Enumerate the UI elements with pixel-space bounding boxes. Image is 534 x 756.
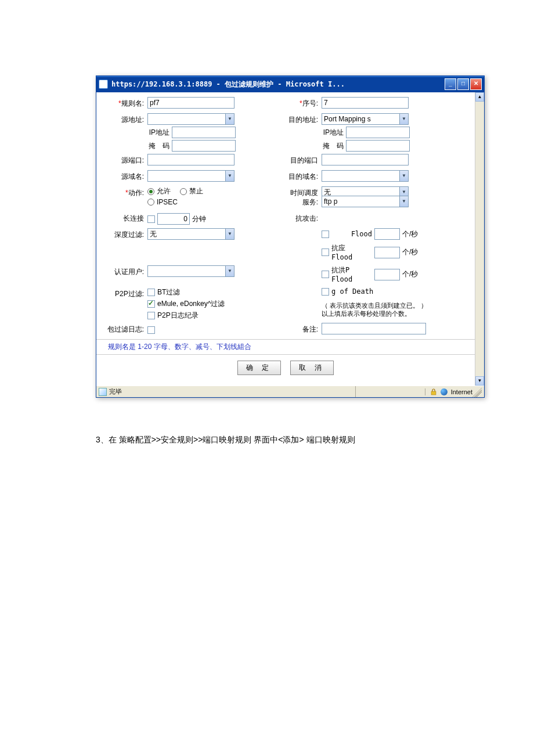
app-window: https://192.168.3.1:8889 - 包过滤规则维护 - Mic… xyxy=(96,75,485,398)
label-seq: 序号 xyxy=(302,99,316,107)
dst-addr-select[interactable]: Port Mapping s▼ xyxy=(322,113,409,125)
label-dst-mask: 掩 码 xyxy=(322,141,344,151)
src-port-input[interactable] xyxy=(147,154,234,165)
label-log-record: 包过滤日志: xyxy=(96,323,147,337)
flood-note: （ 表示抗该类攻击且须到建立已。 ） 以上填后表示每秒处理的个数。 xyxy=(322,301,475,318)
lock-icon xyxy=(430,388,437,395)
status-left: 完毕 xyxy=(109,387,122,396)
deep-filter-select[interactable]: 无▼ xyxy=(147,228,234,240)
label-dst-domain: 目的域名: xyxy=(270,170,322,184)
chevron-down-icon: ▼ xyxy=(399,196,408,207)
vertical-scrollbar[interactable]: ▲ ▼ xyxy=(475,92,484,386)
dst-port-input[interactable] xyxy=(322,154,409,165)
maximize-button[interactable]: □ xyxy=(457,78,469,90)
close-button[interactable]: ✕ xyxy=(470,78,482,90)
status-right: Internet xyxy=(451,388,472,395)
chevron-down-icon: ▼ xyxy=(399,171,408,181)
label-p2p-filter: P2P过滤: xyxy=(96,287,147,321)
document-text: 3、在 策略配置>>安全规则>>端口映射规则 界面中<添加> 端口映射规则 xyxy=(96,433,438,447)
scroll-down-icon[interactable]: ▼ xyxy=(475,376,484,386)
src-mask-input[interactable] xyxy=(172,140,236,152)
radio-allow[interactable]: 允许 xyxy=(147,186,171,196)
flood1-check[interactable] xyxy=(322,231,329,238)
radio-deny[interactable]: 禁止 xyxy=(180,186,203,196)
window-title: https://192.168.3.1:8889 - 包过滤规则维护 - Mic… xyxy=(111,80,445,89)
label-auth-user: 认证用户: xyxy=(96,265,147,285)
label-dst-addr: 目的地址: xyxy=(270,113,322,152)
label-rule-name: 规则名 xyxy=(121,99,142,107)
conn-minutes-input[interactable] xyxy=(157,213,190,225)
label-dst-port: 目的端口 xyxy=(270,154,322,168)
titlebar[interactable]: https://192.168.3.1:8889 - 包过滤规则维护 - Mic… xyxy=(96,76,484,92)
flood3-input[interactable] xyxy=(374,269,400,280)
label-src-addr: 源地址: xyxy=(96,113,147,152)
label-remark: 备注: xyxy=(270,323,322,337)
src-addr-select[interactable]: ▼ xyxy=(147,113,234,125)
scroll-up-icon[interactable]: ▲ xyxy=(475,92,484,102)
p2p-log-check[interactable] xyxy=(147,312,155,319)
bt-filter-check[interactable] xyxy=(147,289,155,296)
flood2-check[interactable] xyxy=(322,249,329,256)
label-src-domain: 源域名: xyxy=(96,170,147,184)
emule-filter-check[interactable] xyxy=(147,300,155,308)
chevron-down-icon: ▼ xyxy=(225,266,234,276)
label-deep-filter: 深度过滤: xyxy=(96,228,147,263)
page-icon xyxy=(99,388,107,396)
label-src-mask: 掩 码 xyxy=(147,141,169,151)
src-ip-input[interactable] xyxy=(172,127,236,138)
label-service: 服务: xyxy=(270,196,322,210)
chevron-down-icon: ▼ xyxy=(225,171,234,181)
flood3-check[interactable] xyxy=(322,271,329,278)
chevron-down-icon: ▼ xyxy=(399,114,408,124)
src-domain-select[interactable]: ▼ xyxy=(147,170,234,182)
label-src-port: 源端口: xyxy=(96,154,147,168)
minimize-button[interactable]: _ xyxy=(445,78,456,90)
dst-ip-input[interactable] xyxy=(346,127,410,138)
status-bar: 完毕 Internet xyxy=(96,386,484,397)
dst-mask-input[interactable] xyxy=(346,140,410,152)
resize-grip[interactable] xyxy=(472,387,482,397)
ie-icon xyxy=(99,80,108,89)
flood2-input[interactable] xyxy=(374,247,400,258)
globe-icon xyxy=(441,388,448,395)
auth-user-select[interactable]: ▼ xyxy=(147,265,234,277)
flood1-input[interactable] xyxy=(374,228,400,240)
service-select[interactable]: ftp p▼ xyxy=(322,196,409,207)
svg-rect-0 xyxy=(431,391,436,395)
label-conn-limit: 长连接 xyxy=(96,212,147,226)
chevron-down-icon: ▼ xyxy=(225,229,234,239)
label-dst-ip: IP地址 xyxy=(322,128,344,138)
seq-input[interactable] xyxy=(322,97,409,109)
rule-name-input[interactable] xyxy=(147,97,234,109)
ping-death-check[interactable] xyxy=(322,288,329,296)
content-area: *规则名: *序号: 源地址: ▼ IP地址 掩 码 xyxy=(96,92,475,386)
remark-input[interactable] xyxy=(322,323,426,334)
label-src-ip: IP地址 xyxy=(147,128,169,138)
conn-limit-check[interactable] xyxy=(147,215,155,223)
label-anti-attack: 抗攻击: xyxy=(270,212,322,226)
label-minutes: 分钟 xyxy=(192,214,206,224)
hint-text: 规则名是 1-20 字母、数字、减号、下划线組合 xyxy=(96,339,475,354)
cancel-button[interactable]: 取 消 xyxy=(290,361,334,375)
chevron-down-icon: ▼ xyxy=(225,114,234,124)
dst-domain-select[interactable]: ▼ xyxy=(322,170,409,182)
ok-button[interactable]: 确 定 xyxy=(237,361,281,375)
log-record-check[interactable] xyxy=(147,326,155,334)
